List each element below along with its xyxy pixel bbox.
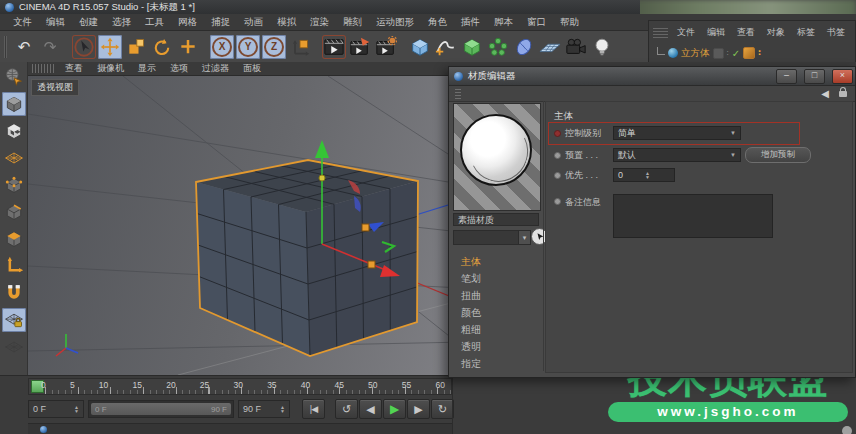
menu-render[interactable]: 渲染 (303, 16, 336, 29)
preview-type-combo[interactable] (453, 230, 519, 245)
x-axis-lock-button[interactable]: X (210, 35, 234, 59)
subdivision-surface-button[interactable] (460, 35, 484, 59)
vp-menu-panel[interactable]: 面板 (237, 62, 267, 75)
om-menu-bookmarks[interactable]: 书签 (822, 26, 850, 39)
close-button[interactable]: × (832, 69, 853, 84)
menu-mesh[interactable]: 网格 (171, 16, 204, 29)
polygons-mode-button[interactable] (2, 227, 26, 251)
material-manager-strip[interactable] (28, 423, 452, 434)
play-backward-button[interactable]: ↺ (335, 399, 358, 419)
maximize-button[interactable]: □ (804, 69, 825, 84)
vp-menu-display[interactable]: 显示 (132, 62, 162, 75)
texture-tag-icon[interactable] (743, 47, 755, 59)
array-mograph-button[interactable] (486, 35, 510, 59)
visibility-dots[interactable]: : (727, 49, 729, 57)
menu-sculpt[interactable]: 雕刻 (336, 16, 369, 29)
menu-tools[interactable]: 工具 (138, 16, 171, 29)
param-bullet[interactable] (554, 198, 561, 205)
nav-item-assign[interactable]: 指定 (453, 355, 541, 372)
enabled-checkmark[interactable]: ✓ (732, 48, 740, 59)
viewport-grip[interactable] (32, 64, 54, 73)
scale-tool[interactable] (124, 35, 148, 59)
lock-icon[interactable] (839, 91, 847, 97)
menu-help[interactable]: 帮助 (553, 16, 586, 29)
nav-item-opacity[interactable]: 透明 (453, 338, 541, 355)
z-axis-lock-button[interactable]: Z (262, 35, 286, 59)
add-preset-button[interactable]: 增加预制 (745, 147, 811, 163)
last-tool[interactable] (176, 35, 200, 59)
material-preview[interactable] (453, 103, 541, 211)
vp-menu-view[interactable]: 查看 (59, 62, 89, 75)
toolbar-grip[interactable] (4, 36, 7, 58)
om-menu-objects[interactable]: 对象 (762, 26, 790, 39)
points-mode-button[interactable] (2, 173, 26, 197)
redo-button[interactable]: ↷ (38, 35, 62, 59)
workplane-button[interactable] (2, 335, 26, 359)
menu-edit[interactable]: 编辑 (39, 16, 72, 29)
menu-character[interactable]: 角色 (421, 16, 454, 29)
vp-menu-filter[interactable]: 过滤器 (196, 62, 235, 75)
menu-window[interactable]: 窗口 (520, 16, 553, 29)
preset-dropdown[interactable]: 默认 ▼ (613, 148, 741, 162)
texture-mode-button[interactable] (2, 119, 26, 143)
nav-item-color[interactable]: 颜色 (453, 304, 541, 321)
goto-start-button[interactable]: |◀ (302, 399, 325, 419)
enable-axis-button[interactable] (2, 254, 26, 278)
om-menu-view[interactable]: 查看 (732, 26, 760, 39)
om-menu-file[interactable]: 文件 (672, 26, 700, 39)
nav-item-main[interactable]: 主体 (453, 253, 541, 270)
om-menu-tags[interactable]: 标签 (792, 26, 820, 39)
menu-mograph[interactable]: 运动图形 (369, 16, 421, 29)
param-bullet[interactable] (554, 130, 561, 137)
param-bullet[interactable] (554, 172, 561, 179)
frame-range-slider[interactable]: 0 F 90 F (88, 400, 234, 418)
nav-item-distortion[interactable]: 扭曲 (453, 287, 541, 304)
minimize-button[interactable]: – (776, 69, 797, 84)
control-level-dropdown[interactable]: 简单 ▼ (613, 126, 741, 140)
floor-environment-button[interactable] (538, 35, 562, 59)
y-axis-lock-button[interactable]: Y (236, 35, 260, 59)
nav-item-thickness[interactable]: 粗细 (453, 321, 541, 338)
menu-create[interactable]: 创建 (72, 16, 105, 29)
loop-button[interactable]: ↻ (431, 399, 454, 419)
undo-button[interactable]: ↶ (12, 35, 36, 59)
object-label[interactable]: 立方体 (681, 47, 710, 60)
om-menu-edit[interactable]: 编辑 (702, 26, 730, 39)
lock-workplane-button[interactable] (2, 308, 26, 332)
snap-magnet-button[interactable] (2, 281, 26, 305)
menu-animate[interactable]: 动画 (237, 16, 270, 29)
nav-item-strokes[interactable]: 笔划 (453, 270, 541, 287)
object-row-cube[interactable]: 立方体 : ✓ ∶ (649, 43, 855, 63)
vp-menu-cameras[interactable]: 摄像机 (91, 62, 130, 75)
current-frame-spinner[interactable]: 0 F▲▼ (28, 400, 84, 418)
material-thumb-icon[interactable] (40, 426, 47, 433)
back-arrow-icon[interactable]: ◀ (821, 88, 829, 99)
menu-script[interactable]: 脚本 (487, 16, 520, 29)
menu-simulate[interactable]: 模拟 (270, 16, 303, 29)
dialog-grip[interactable] (455, 89, 461, 99)
coordinate-system-button[interactable] (288, 35, 312, 59)
move-tool[interactable] (98, 35, 122, 59)
live-selection-tool[interactable] (72, 35, 96, 59)
titlebar[interactable]: CINEMA 4D R15.057 Studio - [未标题 1 *] (0, 0, 640, 14)
priority-spinner[interactable]: 0 ▲▼ (613, 168, 675, 182)
deformer-button[interactable] (512, 35, 536, 59)
notes-textarea[interactable] (613, 194, 773, 238)
add-cube-primitive-button[interactable] (408, 35, 432, 59)
vp-menu-options[interactable]: 选项 (164, 62, 194, 75)
menu-snap[interactable]: 捕捉 (204, 16, 237, 29)
render-to-picture-viewer-button[interactable] (348, 35, 372, 59)
render-view-button[interactable] (322, 35, 346, 59)
previous-frame-button[interactable]: ◀ (359, 399, 382, 419)
dialog-titlebar[interactable]: 材质编辑器 – □ × (449, 67, 855, 86)
workplane-mode-button[interactable] (2, 146, 26, 170)
play-button[interactable]: ▶ (383, 399, 406, 419)
cube-object-icon[interactable] (668, 48, 678, 58)
preview-combo-arrow[interactable]: ▾ (518, 230, 531, 245)
rotate-tool[interactable] (150, 35, 174, 59)
model-mode-button[interactable] (2, 92, 26, 116)
view-label[interactable]: 透视视图 (31, 79, 79, 96)
phong-tag-icon[interactable]: ∶ (758, 48, 761, 58)
camera-button[interactable] (564, 35, 588, 59)
light-button[interactable] (590, 35, 614, 59)
